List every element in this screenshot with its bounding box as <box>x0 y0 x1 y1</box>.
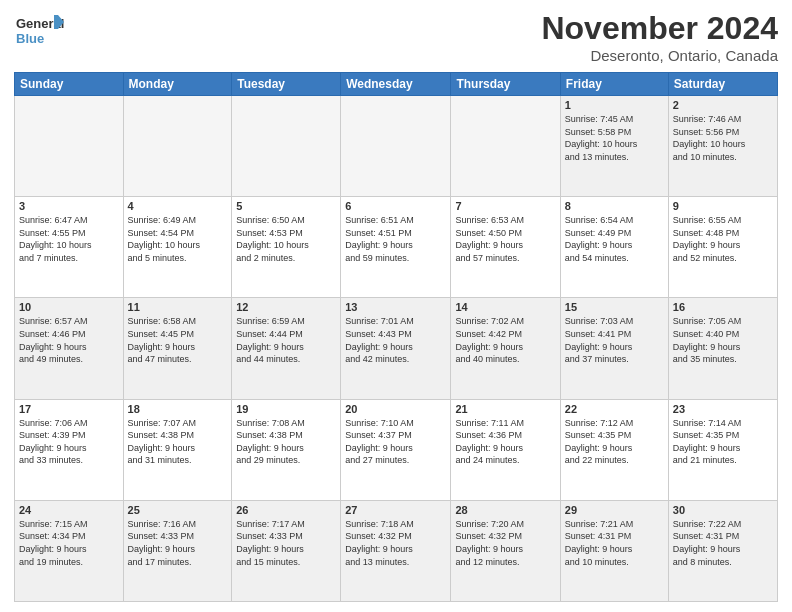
day-info: Sunrise: 6:58 AM Sunset: 4:45 PM Dayligh… <box>128 315 228 365</box>
day-number: 8 <box>565 200 664 212</box>
weekday-friday: Friday <box>560 73 668 96</box>
day-number: 10 <box>19 301 119 313</box>
day-cell: 25Sunrise: 7:16 AM Sunset: 4:33 PM Dayli… <box>123 500 232 601</box>
day-cell: 2Sunrise: 7:46 AM Sunset: 5:56 PM Daylig… <box>668 96 777 197</box>
day-number: 15 <box>565 301 664 313</box>
day-info: Sunrise: 7:06 AM Sunset: 4:39 PM Dayligh… <box>19 417 119 467</box>
logo-icon: General Blue <box>14 10 64 55</box>
day-number: 20 <box>345 403 446 415</box>
day-number: 19 <box>236 403 336 415</box>
svg-text:Blue: Blue <box>16 31 44 46</box>
day-info: Sunrise: 6:57 AM Sunset: 4:46 PM Dayligh… <box>19 315 119 365</box>
day-number: 13 <box>345 301 446 313</box>
location: Deseronto, Ontario, Canada <box>541 47 778 64</box>
day-number: 3 <box>19 200 119 212</box>
day-number: 4 <box>128 200 228 212</box>
svg-rect-3 <box>54 15 58 29</box>
day-number: 11 <box>128 301 228 313</box>
day-info: Sunrise: 7:01 AM Sunset: 4:43 PM Dayligh… <box>345 315 446 365</box>
day-number: 21 <box>455 403 555 415</box>
day-info: Sunrise: 7:08 AM Sunset: 4:38 PM Dayligh… <box>236 417 336 467</box>
day-number: 7 <box>455 200 555 212</box>
week-row-3: 17Sunrise: 7:06 AM Sunset: 4:39 PM Dayli… <box>15 399 778 500</box>
day-cell: 26Sunrise: 7:17 AM Sunset: 4:33 PM Dayli… <box>232 500 341 601</box>
day-info: Sunrise: 7:17 AM Sunset: 4:33 PM Dayligh… <box>236 518 336 568</box>
day-number: 30 <box>673 504 773 516</box>
day-info: Sunrise: 7:20 AM Sunset: 4:32 PM Dayligh… <box>455 518 555 568</box>
day-cell <box>232 96 341 197</box>
day-cell: 29Sunrise: 7:21 AM Sunset: 4:31 PM Dayli… <box>560 500 668 601</box>
day-cell: 30Sunrise: 7:22 AM Sunset: 4:31 PM Dayli… <box>668 500 777 601</box>
day-cell: 7Sunrise: 6:53 AM Sunset: 4:50 PM Daylig… <box>451 197 560 298</box>
logo: General Blue <box>14 10 64 55</box>
day-number: 18 <box>128 403 228 415</box>
weekday-sunday: Sunday <box>15 73 124 96</box>
day-number: 1 <box>565 99 664 111</box>
day-number: 28 <box>455 504 555 516</box>
day-cell: 16Sunrise: 7:05 AM Sunset: 4:40 PM Dayli… <box>668 298 777 399</box>
day-info: Sunrise: 7:15 AM Sunset: 4:34 PM Dayligh… <box>19 518 119 568</box>
day-cell: 17Sunrise: 7:06 AM Sunset: 4:39 PM Dayli… <box>15 399 124 500</box>
day-number: 25 <box>128 504 228 516</box>
day-cell: 5Sunrise: 6:50 AM Sunset: 4:53 PM Daylig… <box>232 197 341 298</box>
day-number: 24 <box>19 504 119 516</box>
weekday-header-row: SundayMondayTuesdayWednesdayThursdayFrid… <box>15 73 778 96</box>
day-number: 27 <box>345 504 446 516</box>
day-info: Sunrise: 6:50 AM Sunset: 4:53 PM Dayligh… <box>236 214 336 264</box>
title-block: November 2024 Deseronto, Ontario, Canada <box>541 10 778 64</box>
day-cell: 22Sunrise: 7:12 AM Sunset: 4:35 PM Dayli… <box>560 399 668 500</box>
day-info: Sunrise: 6:55 AM Sunset: 4:48 PM Dayligh… <box>673 214 773 264</box>
day-cell <box>123 96 232 197</box>
day-cell: 20Sunrise: 7:10 AM Sunset: 4:37 PM Dayli… <box>341 399 451 500</box>
weekday-thursday: Thursday <box>451 73 560 96</box>
day-cell: 4Sunrise: 6:49 AM Sunset: 4:54 PM Daylig… <box>123 197 232 298</box>
day-cell: 24Sunrise: 7:15 AM Sunset: 4:34 PM Dayli… <box>15 500 124 601</box>
week-row-1: 3Sunrise: 6:47 AM Sunset: 4:55 PM Daylig… <box>15 197 778 298</box>
day-cell: 3Sunrise: 6:47 AM Sunset: 4:55 PM Daylig… <box>15 197 124 298</box>
day-cell: 18Sunrise: 7:07 AM Sunset: 4:38 PM Dayli… <box>123 399 232 500</box>
day-cell <box>451 96 560 197</box>
day-info: Sunrise: 7:10 AM Sunset: 4:37 PM Dayligh… <box>345 417 446 467</box>
day-info: Sunrise: 7:16 AM Sunset: 4:33 PM Dayligh… <box>128 518 228 568</box>
day-info: Sunrise: 6:59 AM Sunset: 4:44 PM Dayligh… <box>236 315 336 365</box>
day-cell: 8Sunrise: 6:54 AM Sunset: 4:49 PM Daylig… <box>560 197 668 298</box>
calendar: SundayMondayTuesdayWednesdayThursdayFrid… <box>14 72 778 602</box>
day-info: Sunrise: 7:11 AM Sunset: 4:36 PM Dayligh… <box>455 417 555 467</box>
day-info: Sunrise: 7:07 AM Sunset: 4:38 PM Dayligh… <box>128 417 228 467</box>
day-info: Sunrise: 6:53 AM Sunset: 4:50 PM Dayligh… <box>455 214 555 264</box>
day-cell: 10Sunrise: 6:57 AM Sunset: 4:46 PM Dayli… <box>15 298 124 399</box>
day-info: Sunrise: 7:02 AM Sunset: 4:42 PM Dayligh… <box>455 315 555 365</box>
day-info: Sunrise: 7:12 AM Sunset: 4:35 PM Dayligh… <box>565 417 664 467</box>
day-info: Sunrise: 6:49 AM Sunset: 4:54 PM Dayligh… <box>128 214 228 264</box>
day-info: Sunrise: 7:18 AM Sunset: 4:32 PM Dayligh… <box>345 518 446 568</box>
day-cell: 21Sunrise: 7:11 AM Sunset: 4:36 PM Dayli… <box>451 399 560 500</box>
day-number: 9 <box>673 200 773 212</box>
day-cell <box>341 96 451 197</box>
day-info: Sunrise: 7:45 AM Sunset: 5:58 PM Dayligh… <box>565 113 664 163</box>
day-cell: 14Sunrise: 7:02 AM Sunset: 4:42 PM Dayli… <box>451 298 560 399</box>
week-row-0: 1Sunrise: 7:45 AM Sunset: 5:58 PM Daylig… <box>15 96 778 197</box>
day-info: Sunrise: 7:03 AM Sunset: 4:41 PM Dayligh… <box>565 315 664 365</box>
day-number: 14 <box>455 301 555 313</box>
week-row-2: 10Sunrise: 6:57 AM Sunset: 4:46 PM Dayli… <box>15 298 778 399</box>
day-number: 16 <box>673 301 773 313</box>
day-cell <box>15 96 124 197</box>
header: General Blue November 2024 Deseronto, On… <box>14 10 778 64</box>
day-number: 17 <box>19 403 119 415</box>
day-cell: 1Sunrise: 7:45 AM Sunset: 5:58 PM Daylig… <box>560 96 668 197</box>
day-cell: 23Sunrise: 7:14 AM Sunset: 4:35 PM Dayli… <box>668 399 777 500</box>
page: General Blue November 2024 Deseronto, On… <box>0 0 792 612</box>
day-info: Sunrise: 7:21 AM Sunset: 4:31 PM Dayligh… <box>565 518 664 568</box>
weekday-tuesday: Tuesday <box>232 73 341 96</box>
day-number: 22 <box>565 403 664 415</box>
weekday-monday: Monday <box>123 73 232 96</box>
day-info: Sunrise: 7:46 AM Sunset: 5:56 PM Dayligh… <box>673 113 773 163</box>
day-cell: 12Sunrise: 6:59 AM Sunset: 4:44 PM Dayli… <box>232 298 341 399</box>
day-number: 23 <box>673 403 773 415</box>
day-number: 29 <box>565 504 664 516</box>
day-info: Sunrise: 7:14 AM Sunset: 4:35 PM Dayligh… <box>673 417 773 467</box>
day-info: Sunrise: 6:47 AM Sunset: 4:55 PM Dayligh… <box>19 214 119 264</box>
day-info: Sunrise: 6:54 AM Sunset: 4:49 PM Dayligh… <box>565 214 664 264</box>
day-cell: 11Sunrise: 6:58 AM Sunset: 4:45 PM Dayli… <box>123 298 232 399</box>
day-cell: 15Sunrise: 7:03 AM Sunset: 4:41 PM Dayli… <box>560 298 668 399</box>
